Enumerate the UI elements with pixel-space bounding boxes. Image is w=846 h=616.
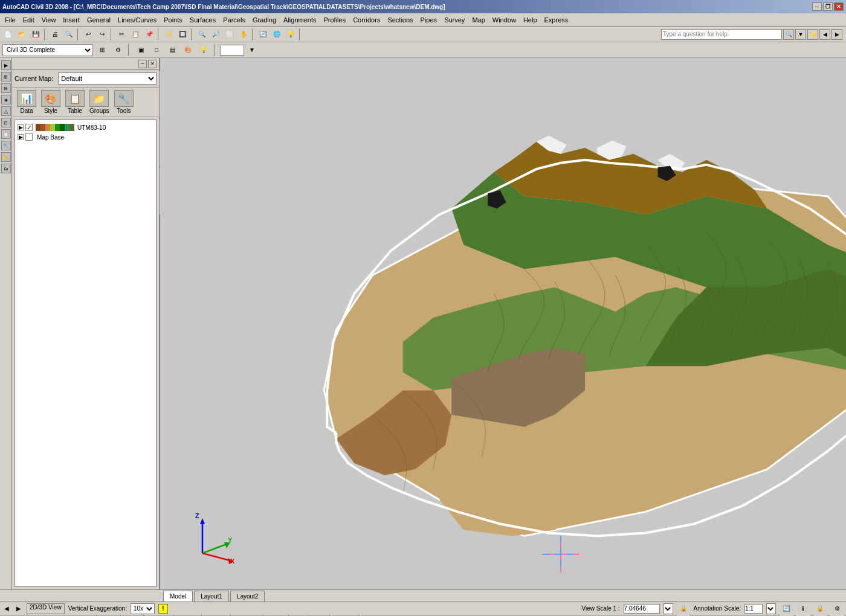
left-icon-6[interactable]: ⊡ bbox=[1, 118, 11, 127]
panel-close[interactable]: ✕ bbox=[148, 60, 157, 68]
menu-item-lines-curves[interactable]: Lines/Curves bbox=[114, 15, 160, 25]
preview-button[interactable]: 🔍 bbox=[62, 28, 76, 41]
realistic-btn[interactable]: 🎨 bbox=[181, 43, 195, 57]
sep4 bbox=[158, 28, 160, 40]
left-icon-2[interactable]: ⊞ bbox=[1, 72, 11, 82]
menu-item-corridors[interactable]: Corridors bbox=[349, 15, 384, 25]
redo-button[interactable]: ↪ bbox=[95, 28, 109, 41]
menu-item-parcels[interactable]: Parcels bbox=[219, 15, 249, 25]
wire-btn[interactable]: □ bbox=[150, 43, 163, 57]
menu-item-surfaces[interactable]: Surfaces bbox=[186, 15, 219, 25]
tab-layout1[interactable]: Layout1 bbox=[194, 591, 229, 602]
minimize-button[interactable]: ─ bbox=[812, 2, 822, 11]
open-button[interactable]: 📂 bbox=[15, 28, 28, 41]
sync-button[interactable]: 🔄 bbox=[780, 602, 793, 615]
menu-item-alignments[interactable]: Alignments bbox=[280, 15, 320, 25]
menu-item-survey[interactable]: Survey bbox=[441, 15, 468, 25]
menu-item-view[interactable]: View bbox=[38, 15, 60, 25]
nav-left[interactable]: ◀ bbox=[2, 604, 11, 614]
viewport[interactable]: Z Y X bbox=[160, 58, 846, 589]
menu-item-window[interactable]: Window bbox=[489, 15, 520, 25]
menu-item-general[interactable]: General bbox=[83, 15, 114, 25]
left-icon-1[interactable]: ▶ bbox=[1, 60, 11, 70]
tree-row-utm[interactable]: ▶ ✓ UTM83-10 bbox=[18, 123, 153, 132]
hidden-btn[interactable]: ▤ bbox=[166, 43, 179, 57]
view-scale-input[interactable]: 7.04646 bbox=[624, 604, 660, 614]
zoom-out-button[interactable]: 🔎 bbox=[209, 28, 222, 41]
view-scale-select[interactable]: ▼ bbox=[664, 603, 673, 614]
workspace-btn1[interactable]: ⊞ bbox=[95, 43, 109, 57]
tree-expand-utm[interactable]: ▶ bbox=[18, 124, 24, 130]
tree-row-mapbase[interactable]: ▶ Map Base bbox=[18, 132, 153, 142]
2d3d-view-button[interactable]: 2D/3D View bbox=[27, 603, 65, 614]
vp-info-button[interactable]: ℹ bbox=[796, 602, 810, 615]
menu-item-map[interactable]: Map bbox=[468, 15, 488, 25]
shade-btn[interactable]: ▣ bbox=[134, 43, 147, 57]
panel-icon-style[interactable]: 🎨Style bbox=[41, 90, 60, 114]
annotation-scale-select[interactable]: ▼ bbox=[766, 603, 776, 614]
left-icon-5[interactable]: △ bbox=[1, 106, 11, 116]
panel-icon-groups[interactable]: 📁Groups bbox=[89, 90, 109, 114]
layer-button[interactable]: 🔲 bbox=[176, 28, 189, 41]
close-button[interactable]: ✕ bbox=[834, 2, 844, 11]
panel-icon-table[interactable]: 📋Table bbox=[65, 90, 85, 114]
print-button[interactable]: 🖨 bbox=[48, 28, 62, 41]
3d-button[interactable]: 🌐 bbox=[270, 28, 283, 41]
panel-minimize[interactable]: ─ bbox=[138, 60, 147, 68]
tree-expand-mapbase[interactable]: ▶ bbox=[18, 134, 24, 140]
save-button[interactable]: 💾 bbox=[29, 28, 42, 41]
menu-item-insert[interactable]: Insert bbox=[59, 15, 83, 25]
menu-item-profiles[interactable]: Profiles bbox=[320, 15, 349, 25]
menu-item-sections[interactable]: Sections bbox=[384, 15, 416, 25]
search-options-button[interactable]: ⭐ bbox=[807, 29, 818, 40]
menu-item-pipes[interactable]: Pipes bbox=[417, 15, 441, 25]
concept-btn[interactable]: 💡 bbox=[197, 43, 210, 57]
annotation-scale-input[interactable]: 1:1 bbox=[744, 604, 763, 614]
zoom-all-button[interactable]: ⬜ bbox=[223, 28, 236, 41]
tree-check-mapbase[interactable] bbox=[25, 133, 33, 141]
tab-model[interactable]: Model bbox=[163, 591, 193, 602]
lock-scale-button[interactable]: 🔒 bbox=[677, 602, 690, 615]
menu-item-file[interactable]: File bbox=[1, 15, 19, 25]
search-button[interactable]: 🔍 bbox=[783, 29, 794, 40]
new-button[interactable]: 📄 bbox=[1, 28, 15, 41]
restore-button[interactable]: ❐ bbox=[823, 2, 833, 11]
tab-layout2[interactable]: Layout2 bbox=[230, 591, 265, 602]
menu-item-grading[interactable]: Grading bbox=[249, 15, 280, 25]
menu-item-express[interactable]: Express bbox=[541, 15, 572, 25]
vp-settings-button[interactable]: ⚙ bbox=[830, 602, 844, 615]
render-button[interactable]: 💡 bbox=[284, 28, 297, 41]
current-map-select[interactable]: Default bbox=[58, 72, 157, 85]
panel-icon-tools[interactable]: 🔧Tools bbox=[114, 90, 134, 114]
vert-exagg-select[interactable]: 10x bbox=[131, 603, 155, 614]
vp-lock-button[interactable]: 🔒 bbox=[813, 602, 827, 615]
layer-input[interactable]: 0 bbox=[220, 45, 244, 56]
match-props-button[interactable]: ⚡ bbox=[162, 28, 175, 41]
pan-button[interactable]: ✋ bbox=[237, 28, 250, 41]
menu-item-points[interactable]: Points bbox=[160, 15, 186, 25]
left-icon-9[interactable]: 📐 bbox=[1, 152, 11, 162]
workspace-btn2[interactable]: ⚙ bbox=[111, 43, 124, 57]
panel-icon-data[interactable]: 📊Data bbox=[17, 90, 36, 114]
undo-button[interactable]: ↩ bbox=[82, 28, 95, 41]
tree-check-utm[interactable]: ✓ bbox=[25, 124, 33, 131]
orbit-button[interactable]: 🔄 bbox=[256, 28, 270, 41]
zoom-in-button[interactable]: 🔍 bbox=[195, 28, 208, 41]
search-back-button[interactable]: ◀ bbox=[819, 29, 830, 40]
nav-right[interactable]: ▶ bbox=[15, 604, 23, 614]
menu-item-edit[interactable]: Edit bbox=[19, 15, 38, 25]
left-icon-8[interactable]: 🔧 bbox=[1, 141, 11, 150]
search-help-button[interactable]: ▼ bbox=[795, 29, 806, 40]
paste-button[interactable]: 📌 bbox=[143, 28, 156, 41]
left-icon-10[interactable]: 🗂 bbox=[1, 164, 11, 173]
workspace-select[interactable]: Civil 3D Complete bbox=[2, 44, 93, 56]
layer-dropdown[interactable]: ▼ bbox=[245, 43, 259, 57]
search-forward-button[interactable]: ▶ bbox=[831, 29, 842, 40]
search-input[interactable] bbox=[661, 29, 782, 40]
left-icon-4[interactable]: ◈ bbox=[1, 95, 11, 104]
left-icon-7[interactable]: 📋 bbox=[1, 129, 11, 139]
left-icon-3[interactable]: ⊟ bbox=[1, 83, 11, 93]
copy-button[interactable]: 📋 bbox=[129, 28, 142, 41]
cut-button[interactable]: ✂ bbox=[115, 28, 128, 41]
menu-item-help[interactable]: Help bbox=[520, 15, 541, 25]
